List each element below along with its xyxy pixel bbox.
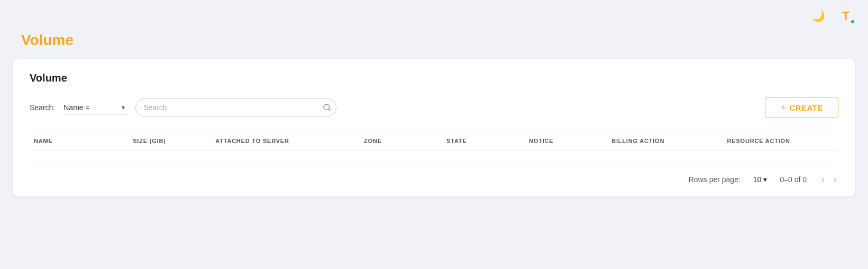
create-button[interactable]: + CREATE	[765, 97, 838, 118]
table-col-header: NOTICE	[525, 138, 607, 144]
pagination-info: 0–0 of 0	[780, 175, 807, 184]
search-input[interactable]	[135, 98, 336, 116]
table-col-header: STATE	[442, 138, 525, 144]
search-input-wrapper	[135, 98, 336, 116]
rows-per-page-value: 10	[753, 175, 762, 184]
user-avatar-letter: T	[842, 10, 849, 22]
rows-per-page-label: Rows per page:	[689, 175, 741, 184]
table-row	[30, 150, 838, 164]
create-button-label: CREATE	[789, 103, 823, 112]
card-title: Volume	[30, 72, 838, 84]
main-card: Volume Search: Name = ▾ + CREATE NAMESIZ…	[13, 59, 855, 196]
table-col-header: RESOURCE ACTION	[723, 138, 838, 144]
table-header: NAMESIZE (GIB)ATTACHED TO SERVERZONESTAT…	[30, 131, 838, 150]
dark-mode-icon[interactable]: 🌙	[809, 6, 828, 25]
table-container: NAMESIZE (GIB)ATTACHED TO SERVERZONESTAT…	[30, 131, 838, 196]
filter-dropdown[interactable]: Name = ▾	[63, 101, 127, 114]
search-label: Search:	[30, 103, 55, 112]
table-col-header: ATTACHED TO SERVER	[211, 138, 360, 144]
search-icon	[323, 103, 331, 112]
page-title: Volume	[0, 32, 868, 59]
pagination-prev-button[interactable]: ‹	[819, 173, 827, 186]
table-col-header: ZONE	[360, 138, 442, 144]
pagination-next-button[interactable]: ›	[831, 173, 838, 186]
table-col-header: NAME	[30, 138, 129, 144]
search-button[interactable]	[323, 103, 331, 112]
table-footer: Rows per page: 10 ▾ 0–0 of 0 ‹ ›	[30, 164, 838, 196]
rows-chevron-icon: ▾	[763, 175, 767, 184]
toolbar-row: Search: Name = ▾ + CREATE	[30, 97, 838, 118]
chevron-down-icon: ▾	[122, 104, 125, 111]
svg-line-1	[328, 109, 330, 111]
top-bar: 🌙 T	[0, 0, 868, 32]
online-indicator	[850, 19, 855, 24]
user-avatar[interactable]: T	[836, 6, 855, 25]
pagination-nav: ‹ ›	[819, 173, 838, 186]
filter-dropdown-label: Name =	[63, 103, 89, 112]
rows-per-page-select[interactable]: 10 ▾	[753, 175, 768, 184]
table-col-header: BILLING ACTION	[607, 138, 723, 144]
create-plus-icon: +	[780, 103, 786, 112]
table-col-header: SIZE (GIB)	[129, 138, 211, 144]
